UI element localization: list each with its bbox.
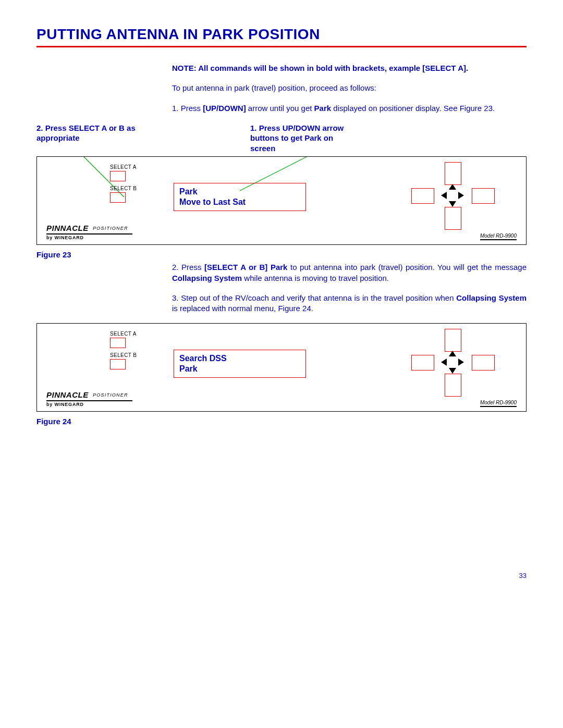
figure-23-wrap: SELECT A SELECT B Park Move to Last Sat … [36,156,527,245]
lcd-line2: Park [179,364,300,374]
lcd-line2: Move to Last Sat [179,197,300,207]
t: arrow until you get [246,104,314,113]
t: to put antenna into park (travel) positi… [287,263,527,272]
figure-24-caption: Figure 24 [36,417,527,426]
callout-select: 2. Press SELECT A or B as appropriate [36,123,146,154]
brand-name: PINNACLE [46,224,89,232]
t: 2. Press [172,263,204,272]
figure-24-wrap: SELECT A SELECT B Search DSS Park PINNAC… [36,323,527,412]
step-2: 2. Press [SELECT A or B] Park to put ant… [172,262,527,283]
page-title: PUTTING ANTENNA IN PARK POSITION [36,26,527,47]
positioner-panel-23: SELECT A SELECT B Park Move to Last Sat … [36,156,527,245]
model-label: Model RD-9900 [480,233,517,240]
select-b-button[interactable] [110,359,126,369]
up-button[interactable] [445,162,461,185]
select-b-label: SELECT B [110,352,137,358]
up-button[interactable] [445,329,461,352]
brand-by: by WINEGARD [46,235,132,240]
brand-by: by WINEGARD [46,402,132,407]
positioner-panel-24: SELECT A SELECT B Search DSS Park PINNAC… [36,323,527,412]
t: while antenna is moving to travel positi… [242,274,389,282]
lcd-display-24: Search DSS Park [174,350,306,378]
brand-sub: POSITIONER [93,226,128,231]
step-1: 1. Press [UP/DOWN] arrow until you get P… [172,103,527,114]
select-a-label: SELECT A [110,331,137,337]
t: [SELECT A or B] Park [204,263,287,272]
t: 1. Press [172,104,203,113]
t: 3. Step out of the RV/coach and verify t… [172,293,456,302]
select-a-button[interactable] [110,171,126,181]
select-group: SELECT A SELECT B [110,164,137,207]
dpad [411,162,495,230]
intro-text: To put antenna in park (travel) position… [172,83,527,93]
select-a-button[interactable] [110,338,126,348]
figure-23-caption: Figure 23 [36,250,527,259]
model-label: Model RD-9900 [480,400,517,407]
right-button[interactable] [472,188,495,204]
select-a-label: SELECT A [110,164,137,170]
dpad-arrows-icon [441,351,464,374]
t: is replaced with normal menu, Figure 24. [172,304,313,313]
note-text: NOTE: All commands will be shown in bold… [172,63,527,73]
brand-row: PINNACLE POSITIONER by WINEGARD Model RD… [46,390,517,407]
brand-name: PINNACLE [46,390,89,399]
callout-row: 2. Press SELECT A or B as appropriate 1.… [36,123,527,154]
t: Park [314,104,332,113]
t: Collapsing System [456,293,527,302]
t: displayed on positioner display. See Fig… [331,104,495,113]
select-b-label: SELECT B [110,186,137,191]
lcd-line1: Search DSS [179,353,300,364]
left-button[interactable] [411,188,434,204]
dpad [411,329,495,397]
right-button[interactable] [472,355,495,371]
page-number: 33 [36,572,527,579]
left-button[interactable] [411,355,434,371]
t: Collapsing System [172,274,242,282]
select-group: SELECT A SELECT B [110,331,137,374]
brand-row: PINNACLE POSITIONER by WINEGARD Model RD… [46,224,517,240]
lcd-line1: Park [179,187,300,197]
select-b-button[interactable] [110,192,126,203]
dpad-arrows-icon [441,184,464,207]
lcd-display-23: Park Move to Last Sat [174,183,306,211]
callout-updown: 1. Press UP/DOWN arrow buttons to get Pa… [250,123,360,154]
brand-sub: POSITIONER [93,392,128,398]
t: [UP/DOWN] [203,104,246,113]
step-3: 3. Step out of the RV/coach and verify t… [172,293,527,314]
